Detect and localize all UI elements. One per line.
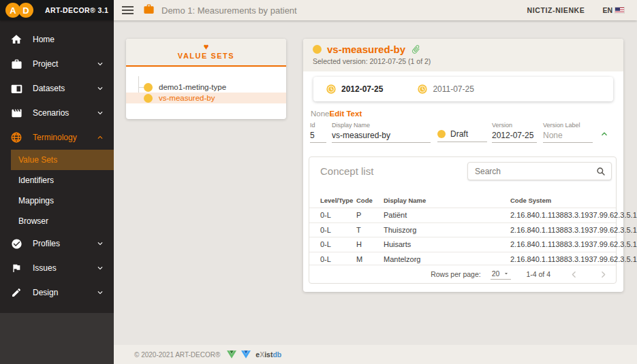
chevron-down-icon bbox=[95, 239, 105, 248]
pagination-range: 1-4 of 4 bbox=[526, 270, 550, 278]
sidebar-item-home[interactable]: Home bbox=[0, 27, 114, 52]
sidebar-item-scenarios[interactable]: Scenarios bbox=[0, 101, 114, 125]
pencil-icon bbox=[10, 287, 23, 298]
concept-list-card: Concept list Level/Type Code Display Nam… bbox=[309, 156, 617, 284]
sidebar-menu: Home Project Datasets Scenarios bbox=[0, 20, 114, 313]
copyright-text: © 2020-2021 ART-DECOR® bbox=[134, 351, 220, 359]
sidebar-subitem-identifiers[interactable]: Identifiers bbox=[0, 170, 114, 191]
menu-hamburger-icon[interactable] bbox=[122, 6, 134, 14]
value-sets-panel-title: VALUE SETS bbox=[126, 52, 286, 60]
search-input[interactable] bbox=[468, 167, 596, 176]
version-field[interactable] bbox=[492, 129, 537, 143]
none-label: None bbox=[311, 110, 330, 118]
value-set-detail-card: vs-measured-by Selected version: 2012-07… bbox=[303, 39, 623, 292]
collapse-chevron-up-icon[interactable] bbox=[599, 129, 610, 142]
footer: © 2020-2021 ART-DECOR® eXistdb bbox=[114, 345, 637, 364]
existdb-logo[interactable]: eXistdb bbox=[255, 350, 281, 359]
briefcase-icon bbox=[10, 59, 23, 70]
edit-text-link[interactable]: Edit Text bbox=[330, 110, 362, 118]
next-page-icon[interactable] bbox=[599, 270, 608, 279]
main-content: ♥ VALUE SETS demo1-meting-type vs-measur… bbox=[114, 20, 637, 364]
sidebar-subitem-value-sets[interactable]: Value Sets bbox=[11, 150, 114, 170]
vuetify-logo-icon[interactable] bbox=[227, 350, 236, 359]
globe-icon bbox=[10, 131, 23, 144]
language-switch[interactable]: EN bbox=[602, 6, 625, 14]
film-icon bbox=[10, 107, 23, 119]
chevron-down-icon bbox=[95, 288, 105, 297]
chevron-down-icon bbox=[95, 108, 105, 118]
table-row[interactable]: 0-L H Huisarts 2.16.840.1.113883.3.1937.… bbox=[309, 237, 616, 252]
concept-list-title: Concept list bbox=[320, 165, 373, 177]
detail-title: vs-measured-by bbox=[327, 44, 405, 55]
brand-zone: A D ART-DECOR® 3.1 bbox=[0, 0, 114, 20]
rows-per-page-label: Rows per page: bbox=[431, 270, 481, 278]
search-box bbox=[467, 162, 612, 180]
version-chip-2011[interactable]: 2011-07-25 bbox=[417, 84, 474, 95]
search-icon[interactable] bbox=[596, 167, 606, 176]
dropdown-arrow-icon bbox=[503, 270, 510, 277]
id-field[interactable] bbox=[310, 129, 326, 143]
sidebar-item-profiles[interactable]: Profiles bbox=[0, 231, 114, 256]
edit-row: NoneEdit Text bbox=[311, 110, 362, 118]
sidebar: Home Project Datasets Scenarios bbox=[0, 20, 114, 364]
version-bar: 2012-07-25 2011-07-25 bbox=[313, 77, 613, 101]
value-sets-panel: ♥ VALUE SETS demo1-meting-type vs-measur… bbox=[126, 39, 286, 119]
art-decor-logo-icon: A D bbox=[5, 2, 35, 18]
chevron-down-icon bbox=[95, 59, 105, 69]
sidebar-item-datasets[interactable]: Datasets bbox=[0, 76, 114, 101]
project-briefcase-icon bbox=[143, 3, 155, 18]
brand-name: ART-DECOR® 3.1 bbox=[45, 6, 108, 14]
flag-icon bbox=[10, 263, 23, 274]
sidebar-item-design[interactable]: Design bbox=[0, 280, 114, 305]
home-icon bbox=[10, 33, 23, 46]
book-icon bbox=[10, 83, 23, 95]
heart-icon: ♥ bbox=[126, 42, 286, 51]
display-name-label: Display Name bbox=[332, 122, 431, 129]
paperclip-icon[interactable] bbox=[409, 42, 423, 56]
version-chip-2012[interactable]: 2012-07-25 bbox=[326, 84, 383, 95]
sidebar-item-project[interactable]: Project bbox=[0, 52, 114, 76]
selected-version-text: Selected version: 2012-07-25 (1 of 2) bbox=[313, 57, 623, 65]
draft-status-dot-icon bbox=[437, 130, 446, 138]
project-title[interactable]: Demo 1: Measurements by patient bbox=[161, 5, 297, 16]
tree-item-demo1-meting-type[interactable]: demo1-meting-type bbox=[126, 82, 286, 93]
chevron-up-icon bbox=[95, 133, 105, 142]
clock-icon bbox=[417, 84, 428, 95]
display-name-field[interactable] bbox=[332, 129, 431, 143]
version-label-field[interactable] bbox=[543, 129, 593, 143]
username[interactable]: NICTIZ-NIENKE bbox=[527, 6, 585, 14]
version-label-label: Version Label bbox=[543, 122, 593, 129]
tree-item-vs-measured-by[interactable]: vs-measured-by bbox=[126, 93, 286, 103]
sidebar-subitem-mappings[interactable]: Mappings bbox=[0, 191, 114, 211]
table-pagination: Rows per page: 20 1-4 of 4 bbox=[309, 265, 616, 283]
chevron-down-icon bbox=[95, 84, 105, 93]
table-row[interactable]: 0-L T Thuiszorg 2.16.840.1.113883.3.1937… bbox=[309, 222, 616, 237]
table-row[interactable]: 0-L P Patiënt 2.16.840.1.113883.3.1937.9… bbox=[309, 208, 616, 222]
detail-header: vs-measured-by Selected version: 2012-07… bbox=[303, 39, 623, 71]
language-label: EN bbox=[602, 6, 612, 14]
sidebar-item-terminology[interactable]: Terminology bbox=[0, 125, 114, 150]
table-row[interactable]: 0-L M Mantelzorg 2.16.840.1.113883.3.193… bbox=[309, 252, 616, 267]
sidebar-subitem-browser[interactable]: Browser bbox=[0, 211, 114, 231]
top-app-bar: A D ART-DECOR® 3.1 Demo 1: Measurements … bbox=[0, 0, 637, 20]
rows-per-page-select[interactable]: 20 bbox=[491, 269, 512, 280]
logo-letter-d: D bbox=[18, 3, 33, 18]
us-flag-icon bbox=[615, 7, 625, 14]
value-set-dot-icon bbox=[144, 94, 153, 103]
clock-icon bbox=[326, 84, 337, 95]
value-set-dot-icon bbox=[144, 83, 153, 92]
terminology-submenu: Value Sets Identifiers Mappings Browser bbox=[0, 150, 114, 231]
value-set-tree: demo1-meting-type vs-measured-by bbox=[126, 82, 286, 103]
value-sets-panel-header: ♥ VALUE SETS bbox=[126, 39, 286, 67]
previous-page-icon[interactable] bbox=[570, 270, 578, 279]
sidebar-item-issues[interactable]: Issues bbox=[0, 256, 114, 280]
concept-table-header: Level/Type Code Display Name Code System bbox=[309, 193, 616, 208]
id-label: Id bbox=[310, 122, 326, 129]
version-label: Version bbox=[492, 122, 537, 129]
status-field[interactable]: Draft bbox=[437, 129, 487, 142]
status-value: Draft bbox=[450, 129, 468, 139]
check-circle-icon bbox=[10, 238, 23, 250]
chevron-down-icon bbox=[95, 263, 105, 273]
value-set-dot-icon bbox=[313, 45, 322, 54]
vue-logo-icon[interactable] bbox=[241, 350, 251, 359]
